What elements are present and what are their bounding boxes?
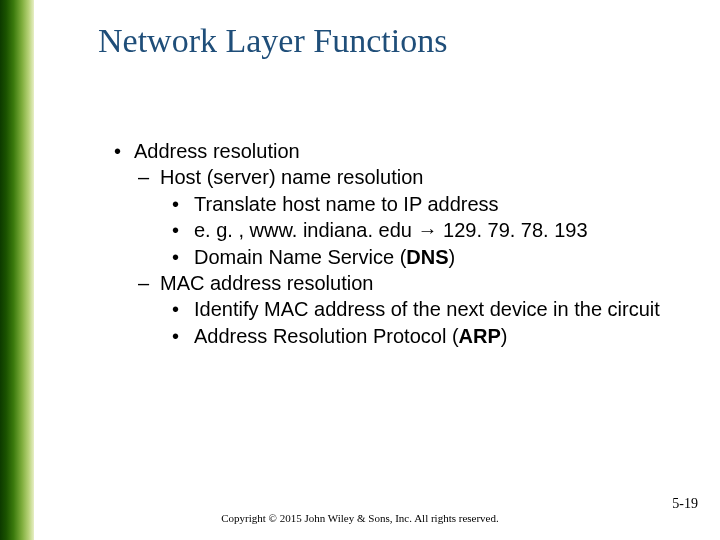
bullet-l3: Domain Name Service (DNS) [166,244,670,270]
text-run: Address Resolution Protocol ( [194,325,459,347]
bullet-l2: MAC address resolution [134,270,670,296]
bold-acronym-arp: ARP [459,325,501,347]
bullet-l1: Address resolution [110,138,670,164]
page-number: 5-19 [672,496,698,512]
copyright-footer: Copyright © 2015 John Wiley & Sons, Inc.… [0,512,720,524]
bold-acronym-dns: DNS [406,246,448,268]
text-run: Domain Name Service ( [194,246,406,268]
bullet-l3: e. g. , www. indiana. edu → 129. 79. 78.… [166,217,670,243]
decorative-sidebar [0,0,34,540]
bullet-l3: Identify MAC address of the next device … [166,296,670,322]
bullet-l2: Host (server) name resolution [134,164,670,190]
bullet-l3: Address Resolution Protocol (ARP) [166,323,670,349]
bullet-l3: Translate host name to IP address [166,191,670,217]
text-run: ) [501,325,508,347]
text-run: ) [449,246,456,268]
slide-title: Network Layer Functions [98,22,447,60]
slide-body: Address resolution Host (server) name re… [110,138,670,349]
